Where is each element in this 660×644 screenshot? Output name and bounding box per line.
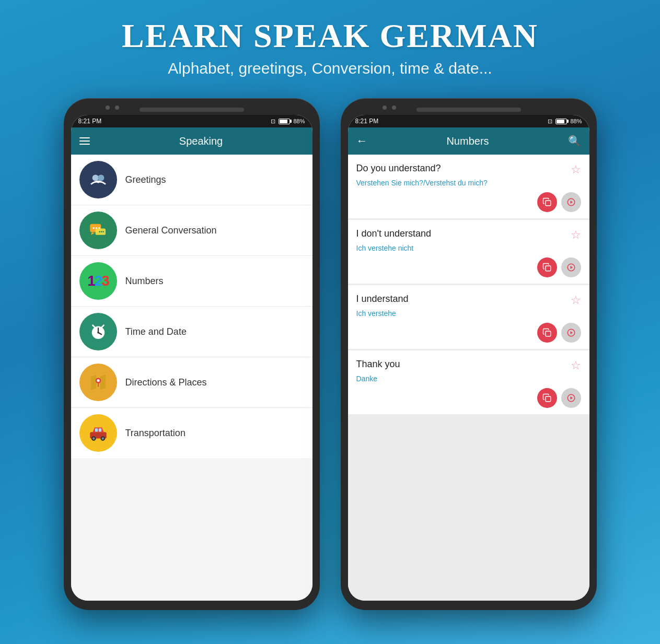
phrase-actions-1	[356, 192, 581, 212]
phone-screen-left: 8:21 PM ⊡ 88% Speaking	[71, 115, 312, 601]
phrase-german-3: Ich verstehe	[356, 309, 581, 318]
battery-fill-left	[280, 120, 287, 123]
phrase-card-2: I don't understand ☆ Ich verstehe nicht	[348, 220, 589, 284]
menu-item-transportation[interactable]: Transportation	[71, 408, 312, 458]
svg-rect-6	[95, 229, 105, 235]
phone-dots-right	[383, 106, 396, 110]
battery-pct-left: 88%	[293, 118, 305, 124]
phrase-english-2: I don't understand	[356, 228, 432, 239]
menu-label-conversation: General Conversation	[125, 225, 217, 236]
phrase-actions-2	[356, 257, 581, 277]
svg-rect-25	[98, 428, 101, 431]
battery-bar-left	[279, 119, 290, 124]
svg-marker-18	[91, 375, 97, 390]
star-icon-2[interactable]: ☆	[571, 228, 581, 242]
phrase-row-2: I don't understand ☆	[356, 228, 581, 242]
battery-pct-right: 88%	[570, 118, 582, 124]
status-time-left: 8:21 PM	[78, 118, 102, 125]
header-section: LEARN SPEAK GERMAN Alphabet, greetings, …	[111, 0, 549, 88]
svg-point-22	[97, 379, 99, 382]
svg-rect-36	[546, 396, 551, 402]
svg-point-9	[102, 231, 104, 232]
svg-point-1	[98, 174, 104, 181]
svg-point-3	[92, 227, 95, 229]
phrase-card-4: Thank you ☆ Danke	[348, 350, 589, 414]
subtitle: Alphabet, greetings, Conversion, time & …	[122, 60, 538, 77]
icon-numbers: 123	[79, 262, 117, 300]
phrase-row-4: Thank you ☆	[356, 359, 581, 372]
speak-button-4[interactable]	[561, 388, 581, 408]
speak-button-3[interactable]	[561, 323, 581, 343]
app-bar-left: Speaking	[71, 127, 312, 155]
copy-button-3[interactable]	[537, 323, 557, 343]
hamburger-menu-icon[interactable]	[79, 137, 90, 145]
menu-list: Greetings	[71, 155, 312, 601]
phone-right: 8:21 PM ⊡ 88% ← Numbers 🔍	[341, 98, 597, 610]
svg-rect-24	[95, 428, 97, 431]
menu-item-directions[interactable]: Directions & Places	[71, 357, 312, 408]
svg-point-27	[92, 437, 95, 439]
status-right-right: ⊡ 88%	[548, 118, 582, 125]
battery-bar-right	[555, 119, 567, 124]
icon-greetings	[79, 161, 117, 198]
star-icon-3[interactable]: ☆	[571, 294, 581, 307]
svg-point-29	[101, 437, 103, 439]
phrase-german-2: Ich verstehe nicht	[356, 244, 581, 252]
phone-dots-left	[106, 106, 119, 110]
hamburger-line-2	[79, 140, 90, 142]
svg-point-0	[92, 174, 98, 181]
icon-conversation	[79, 212, 117, 249]
svg-rect-34	[546, 331, 551, 336]
icon-directions	[79, 364, 117, 401]
svg-line-16	[102, 325, 104, 327]
status-time-right: 8:21 PM	[355, 118, 379, 125]
status-bar-right: 8:21 PM ⊡ 88%	[348, 115, 589, 127]
phone-screen-right: 8:21 PM ⊡ 88% ← Numbers 🔍	[348, 115, 589, 601]
phrase-german-1: Verstehen Sie mich?/Verstehst du mich?	[356, 179, 581, 187]
copy-button-4[interactable]	[537, 388, 557, 408]
menu-item-conversation[interactable]: General Conversation	[71, 205, 312, 256]
svg-point-7	[99, 231, 100, 232]
phrase-card-1: Do you understand? ☆ Verstehen Sie mich?…	[348, 155, 589, 218]
menu-item-greetings[interactable]: Greetings	[71, 155, 312, 205]
svg-marker-20	[100, 375, 106, 390]
copy-button-1[interactable]	[537, 192, 557, 212]
speak-button-2[interactable]	[561, 257, 581, 277]
phrase-actions-4	[356, 388, 581, 408]
svg-rect-32	[546, 266, 551, 271]
menu-label-greetings: Greetings	[125, 174, 166, 185]
app-bar-title-left: Speaking	[98, 135, 304, 147]
status-bar-left: 8:21 PM ⊡ 88%	[71, 115, 312, 127]
menu-label-transportation: Transportation	[125, 428, 186, 439]
star-icon-4[interactable]: ☆	[571, 359, 581, 372]
app-bar-right: ← Numbers 🔍	[348, 127, 589, 155]
hamburger-line-1	[79, 137, 90, 138]
svg-point-14	[97, 332, 99, 334]
phone-left: 8:21 PM ⊡ 88% Speaking	[64, 98, 320, 610]
phrase-card-3: I understand ☆ Ich verstehe	[348, 285, 589, 349]
dot-1	[106, 106, 110, 110]
main-title: LEARN SPEAK GERMAN	[122, 17, 538, 55]
numbers-content: Do you understand? ☆ Verstehen Sie mich?…	[348, 155, 589, 601]
search-icon[interactable]: 🔍	[568, 135, 581, 147]
back-arrow-icon[interactable]: ←	[356, 134, 368, 148]
phrase-german-4: Danke	[356, 374, 581, 383]
speak-button-1[interactable]	[561, 192, 581, 212]
svg-rect-30	[546, 201, 551, 206]
dot-4	[392, 106, 396, 110]
menu-label-directions: Directions & Places	[125, 377, 207, 388]
menu-item-timedate[interactable]: Time and Date	[71, 307, 312, 357]
phrase-row-3: I understand ☆	[356, 294, 581, 307]
phrase-row-1: Do you understand? ☆	[356, 163, 581, 177]
menu-item-numbers[interactable]: 123 Numbers	[71, 256, 312, 307]
star-icon-1[interactable]: ☆	[571, 163, 581, 177]
app-bar-title-right: Numbers	[376, 135, 560, 147]
status-icon-left: ⊡	[271, 118, 275, 125]
svg-point-8	[100, 231, 102, 232]
hamburger-line-3	[79, 144, 90, 145]
phrase-actions-3	[356, 323, 581, 343]
phrase-english-4: Thank you	[356, 359, 400, 370]
copy-button-2[interactable]	[537, 257, 557, 277]
battery-fill-right	[557, 120, 564, 123]
menu-label-timedate: Time and Date	[125, 326, 187, 337]
